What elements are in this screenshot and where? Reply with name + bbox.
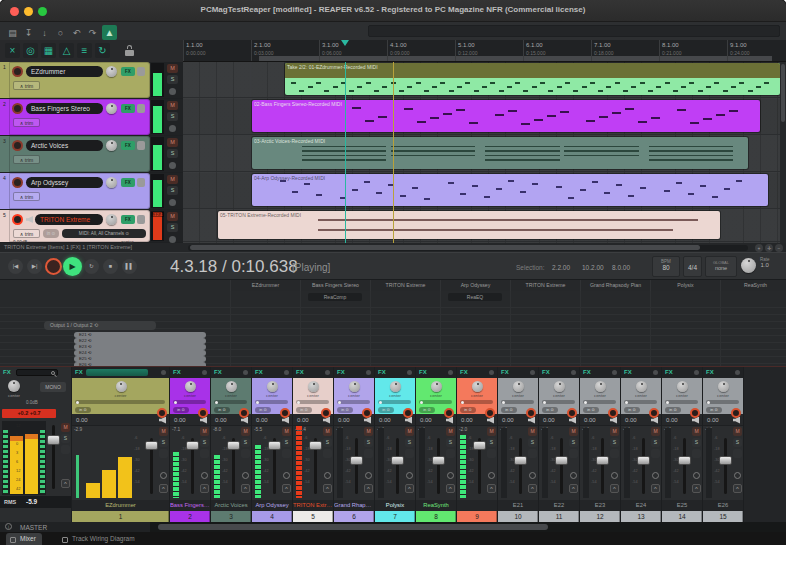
- arrange-hscrollbar[interactable]: [188, 245, 748, 251]
- channel-number-tab[interactable]: 8: [416, 511, 456, 522]
- channel-name-label[interactable]: Arctic Voices: [211, 500, 251, 511]
- channel-mute-button[interactable]: M: [241, 427, 250, 436]
- project-settings-icon[interactable]: ○: [54, 27, 67, 40]
- track-volume-knob[interactable]: [106, 214, 117, 225]
- mixer-channel-strip[interactable]: FXcenterin ⊙0.00-inf-6-18-30-42-54MS^E23…: [580, 367, 621, 522]
- channel-record-arm-button[interactable]: [403, 408, 413, 418]
- media-item[interactable]: 05-TRITON Extreme-Recorded MIDI: [218, 211, 720, 239]
- channel-record-arm-button[interactable]: [608, 408, 618, 418]
- channel-env-button[interactable]: ^: [733, 484, 742, 493]
- channel-io-button[interactable]: in ⊙: [665, 407, 681, 413]
- repeat-icon[interactable]: ↻: [95, 43, 110, 58]
- channel-fx-slot[interactable]: FX: [498, 367, 538, 378]
- channel-mute-button[interactable]: M: [651, 427, 660, 436]
- channel-name-label[interactable]: ReaSynth: [416, 500, 456, 511]
- track-fx-bypass-toggle[interactable]: [137, 215, 145, 224]
- channel-record-arm-button[interactable]: [731, 408, 741, 418]
- channel-width-slider-dot[interactable]: [338, 401, 341, 404]
- channel-fx-add-button[interactable]: [612, 370, 617, 375]
- channel-pan-panel[interactable]: centerin ⊙: [498, 378, 538, 414]
- channel-volume-readout[interactable]: 0.00: [215, 417, 227, 423]
- channel-fader-thumb[interactable]: [432, 456, 445, 465]
- channel-number-tab[interactable]: 11: [539, 511, 579, 522]
- undo-icon[interactable]: ↶: [70, 27, 83, 40]
- channel-number-tab[interactable]: 12: [580, 511, 620, 522]
- channel-io-button[interactable]: in ⊙: [296, 407, 312, 413]
- channel-width-slider-dot[interactable]: [707, 401, 710, 404]
- channel-width-slider[interactable]: [173, 400, 206, 404]
- channel-pan-knob[interactable]: [349, 381, 360, 392]
- channel-fader-thumb[interactable]: [473, 441, 486, 450]
- record-arm-button[interactable]: [12, 103, 23, 114]
- channel-fx-slot[interactable]: FX: [170, 367, 210, 378]
- channel-fader-thumb[interactable]: [555, 456, 568, 465]
- arrange-track-lane[interactable]: 02-Bass Fingers Stereo-Recorded MIDI: [183, 99, 786, 135]
- channel-fader-track[interactable]: [560, 438, 563, 494]
- track-meter-clip-value[interactable]: -12.4: [151, 212, 164, 217]
- track-panel[interactable]: 5TRITON ExtremeFX∧ trimin ⊙MIDI: All, Al…: [0, 210, 183, 242]
- channel-mute-button[interactable]: M: [569, 427, 578, 436]
- channel-solo-button[interactable]: S: [487, 438, 496, 447]
- title-bar[interactable]: PCMagTestReaper [modified] - REAPER v6.5…: [0, 0, 786, 22]
- time-signature-box[interactable]: 4/4: [683, 256, 702, 277]
- record-arm-button[interactable]: [12, 66, 23, 77]
- channel-width-slider-dot[interactable]: [76, 401, 79, 404]
- transport-time-display[interactable]: 4.3.18 / 0:10.638: [170, 257, 298, 277]
- channel-route-button[interactable]: [528, 449, 537, 458]
- channel-solo-button[interactable]: S: [323, 438, 332, 447]
- matrix-column-header[interactable]: Polysix: [650, 280, 720, 291]
- channel-io-button[interactable]: in ⊙: [419, 407, 435, 413]
- channel-pan-knob[interactable]: [185, 381, 196, 392]
- channel-solo-button[interactable]: S: [651, 438, 660, 447]
- track-volume-knob[interactable]: [106, 177, 117, 188]
- channel-fx-insert-bar[interactable]: [86, 369, 148, 376]
- new-project-icon[interactable]: ▤: [6, 27, 19, 40]
- bpm-value[interactable]: 80: [653, 264, 679, 271]
- track-volume-knob[interactable]: [106, 66, 117, 77]
- channel-number-tab[interactable]: 2: [170, 511, 210, 522]
- channel-width-slider[interactable]: [624, 400, 657, 404]
- mixer-channel-strip[interactable]: FXcenterin ⊙0.00-12.4-6-18-30-42-54MS^TR…: [293, 367, 334, 522]
- channel-number-tab[interactable]: 13: [621, 511, 661, 522]
- channel-fx-add-button[interactable]: [202, 370, 207, 375]
- arrange-track-lane[interactable]: 05-TRITON Extreme-Recorded MIDI: [183, 210, 786, 242]
- channel-width-slider-dot[interactable]: [297, 401, 300, 404]
- channel-record-arm-button[interactable]: [198, 408, 208, 418]
- channel-fx-add-button[interactable]: [571, 370, 576, 375]
- channel-record-arm-button[interactable]: [157, 408, 167, 418]
- channel-io-button[interactable]: in ⊙: [255, 407, 271, 413]
- channel-io-button[interactable]: in ⊙: [583, 407, 599, 413]
- track-mute-button[interactable]: M: [167, 175, 178, 184]
- channel-fx-slot[interactable]: FX: [334, 367, 374, 378]
- channel-width-slider[interactable]: [378, 400, 411, 404]
- channel-route-button[interactable]: [487, 449, 496, 458]
- channel-volume-readout[interactable]: 0.00: [297, 417, 309, 423]
- channel-solo-button[interactable]: S: [446, 438, 455, 447]
- channel-pan-panel[interactable]: centerin ⊙: [580, 378, 620, 414]
- channel-fader-thumb[interactable]: [186, 441, 199, 450]
- channel-route-button[interactable]: [692, 449, 701, 458]
- channel-fx-add-button[interactable]: [489, 370, 494, 375]
- channel-solo-button[interactable]: S: [405, 438, 414, 447]
- channel-mute-button[interactable]: M: [405, 427, 414, 436]
- channel-route-button[interactable]: [200, 449, 209, 458]
- track-fx-button[interactable]: FX: [121, 104, 135, 113]
- record-arm-button[interactable]: [12, 140, 23, 151]
- channel-volume-readout[interactable]: 0.00: [76, 417, 88, 423]
- channel-phase-button[interactable]: [447, 472, 454, 479]
- channel-pan-panel[interactable]: centerin ⊙: [539, 378, 579, 414]
- channel-pan-panel[interactable]: centerin ⊙: [621, 378, 661, 414]
- channel-db-readout[interactable]: -8.0: [213, 427, 221, 432]
- channel-pan-knob[interactable]: [595, 381, 606, 392]
- mixer-channel-strip[interactable]: FXcenterin ⊙0.00-inf-6-18-30-42-54MS^E26…: [703, 367, 744, 522]
- channel-route-button[interactable]: [323, 449, 332, 458]
- channel-record-arm-button[interactable]: [485, 408, 495, 418]
- mixer-channel-strip[interactable]: FXcenterin ⊙0.00-5.5-6-18-30-42-54MS^Arp…: [252, 367, 293, 522]
- redo-icon[interactable]: ↷: [86, 27, 99, 40]
- channel-route-button[interactable]: [733, 449, 742, 458]
- channel-mute-button[interactable]: M: [487, 427, 496, 436]
- matrix-send-node[interactable]: E25 ⟲: [74, 356, 206, 362]
- track-panel[interactable]: 2Bass Fingers StereoFX∧ trimMS: [0, 99, 183, 135]
- go-to-end-button[interactable]: ▶|: [27, 259, 42, 274]
- track-fx-bypass-toggle[interactable]: [137, 67, 145, 76]
